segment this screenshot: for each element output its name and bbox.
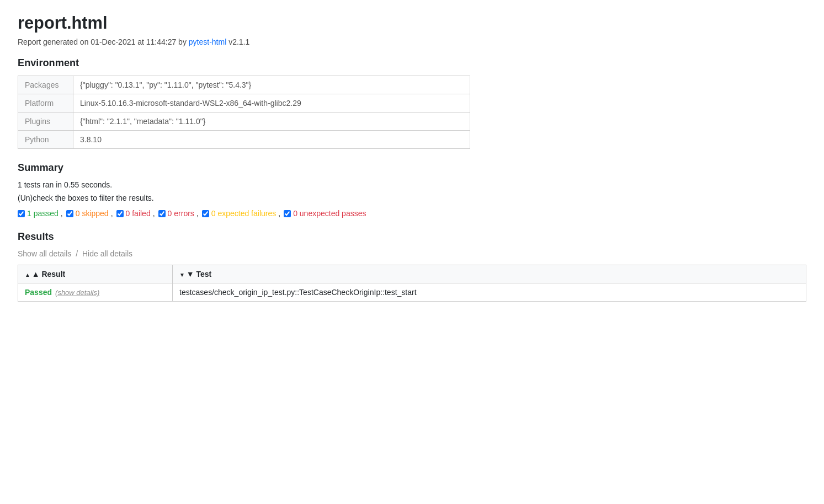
- results-heading: Results: [18, 231, 806, 243]
- test-path-cell: testcases/check_origin_ip_test.py::TestC…: [173, 283, 806, 302]
- env-key: Platform: [18, 94, 73, 112]
- filter-comma: ,: [196, 209, 199, 218]
- filter-label-expected_failures: 0 expected failures: [211, 209, 277, 218]
- filter-checkbox-skipped[interactable]: [66, 210, 73, 217]
- env-row: PlatformLinux-5.10.16.3-microsoft-standa…: [18, 94, 470, 112]
- env-row: Packages{"pluggy": "0.13.1", "py": "1.11…: [18, 76, 470, 94]
- filter-comma: ,: [61, 209, 63, 218]
- filter-comma: ,: [278, 209, 280, 218]
- summary-section: Summary 1 tests ran in 0.55 seconds. (Un…: [18, 162, 806, 218]
- details-separator: /: [76, 249, 80, 258]
- filter-label-skipped: 0 skipped: [76, 209, 109, 218]
- filter-row: 1 passed,0 skipped,0 failed,0 errors,0 e…: [18, 209, 806, 218]
- result-cell: Passed(show details): [18, 283, 173, 302]
- filter-hint: (Un)check the boxes to filter the result…: [18, 194, 806, 202]
- env-key: Packages: [18, 76, 73, 94]
- col-header-test[interactable]: ▼ Test: [173, 265, 806, 283]
- filter-label-passed: 1 passed: [27, 209, 59, 218]
- env-key: Plugins: [18, 112, 73, 131]
- filter-label-errors: 0 errors: [168, 209, 194, 218]
- filter-item-passed: 1 passed: [18, 209, 59, 218]
- results-table: ▲ Result▼ Test Passed(show details)testc…: [18, 265, 806, 302]
- col-header-result[interactable]: ▲ Result: [18, 265, 173, 283]
- filter-label-failed: 0 failed: [126, 209, 151, 218]
- results-section: Results Show all details / Hide all deta…: [18, 231, 806, 302]
- filter-checkbox-unexpected_passes[interactable]: [284, 210, 291, 217]
- filter-checkbox-errors[interactable]: [158, 210, 166, 217]
- filter-item-skipped: 0 skipped: [66, 209, 109, 218]
- page-title: report.html: [18, 13, 806, 33]
- env-row: Plugins{"html": "2.1.1", "metadata": "1.…: [18, 112, 470, 131]
- report-generated-text: Report generated on 01-Dec-2021 at 11:44…: [18, 37, 189, 46]
- env-key: Python: [18, 131, 73, 149]
- env-row: Python3.8.10: [18, 131, 470, 149]
- env-value: {"html": "2.1.1", "metadata": "1.11.0"}: [73, 112, 470, 131]
- pytest-html-link[interactable]: pytest-html: [189, 37, 226, 46]
- filter-label-unexpected_passes: 0 unexpected passes: [293, 209, 366, 218]
- filter-checkbox-expected_failures[interactable]: [202, 210, 209, 217]
- env-value: {"pluggy": "0.13.1", "py": "1.11.0", "py…: [73, 76, 470, 94]
- filter-item-unexpected_passes: 0 unexpected passes: [284, 209, 366, 218]
- table-row: Passed(show details)testcases/check_orig…: [18, 283, 806, 302]
- filter-checkbox-failed[interactable]: [116, 210, 124, 217]
- hide-all-details-link[interactable]: Hide all details: [82, 249, 132, 258]
- filter-item-expected_failures: 0 expected failures: [202, 209, 277, 218]
- tests-ran-text: 1 tests ran in 0.55 seconds.: [18, 180, 806, 189]
- filter-comma: ,: [153, 209, 155, 218]
- report-meta: Report generated on 01-Dec-2021 at 11:44…: [18, 37, 806, 46]
- env-value: 3.8.10: [73, 131, 470, 149]
- env-value: Linux-5.10.16.3-microsoft-standard-WSL2-…: [73, 94, 470, 112]
- environment-table: Packages{"pluggy": "0.13.1", "py": "1.11…: [18, 76, 470, 149]
- filter-item-failed: 0 failed: [116, 209, 151, 218]
- show-all-details-link[interactable]: Show all details: [18, 249, 71, 258]
- environment-heading: Environment: [18, 57, 806, 69]
- summary-heading: Summary: [18, 162, 806, 174]
- filter-comma: ,: [111, 209, 113, 218]
- details-links: Show all details / Hide all details: [18, 249, 806, 258]
- filter-item-errors: 0 errors: [158, 209, 194, 218]
- report-version: v2.1.1: [228, 37, 249, 46]
- result-label: Passed: [25, 288, 52, 297]
- show-details-link[interactable]: (show details): [55, 288, 99, 297]
- filter-checkbox-passed[interactable]: [18, 210, 25, 217]
